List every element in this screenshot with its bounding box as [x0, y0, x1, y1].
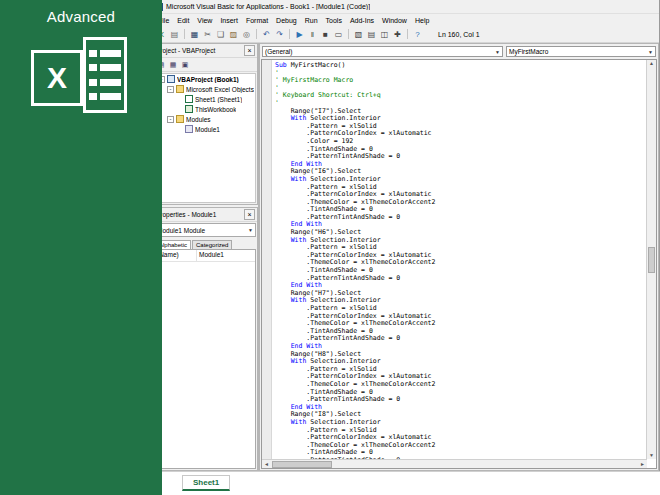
tree-item[interactable]: -Modules [155, 114, 255, 124]
menu-debug[interactable]: Debug [272, 17, 301, 24]
properties-panel: Properties - Module1 × Module1 Module ▼ … [152, 207, 258, 471]
run-button[interactable]: ▶ [294, 28, 306, 40]
help-button[interactable]: ? [412, 28, 424, 40]
vba-editor-window: Microsoft Visual Basic for Applications … [152, 0, 660, 471]
code-editor[interactable]: Sub MyFirstMacro()'' MyFirstMacro Macro'… [272, 60, 647, 459]
toolbar-icons: X▤▦✂❏▨◎↶↷▶‖■▭▧▤◫✚? [155, 28, 424, 40]
excel-brand-panel: Advanced X [0, 0, 162, 495]
scroll-right-icon[interactable]: ► [639, 461, 646, 468]
chevron-down-icon: ▼ [248, 227, 253, 233]
cursor-position-status: Ln 160, Col 1 [438, 31, 480, 38]
project-tree: -VBAProject (Book1)-Microsoft Excel Obje… [154, 73, 256, 203]
tree-item[interactable]: ThisWorkbook [155, 104, 255, 114]
procedure-dropdown-value: MyFirstMacro [509, 48, 548, 55]
brand-label: Advanced [0, 0, 162, 25]
toolbox-button[interactable]: ✚ [392, 28, 404, 40]
copy-button[interactable]: ❏ [215, 28, 227, 40]
properties-panel-close-icon[interactable]: × [244, 209, 255, 220]
object-browser-button[interactable]: ◫ [379, 28, 391, 40]
menu-format[interactable]: Format [242, 17, 272, 24]
project-panel-close-icon[interactable]: × [244, 45, 255, 56]
menu-edit[interactable]: Edit [173, 17, 193, 24]
tree-item-label: Sheet1 (Sheet1) [195, 96, 242, 103]
menu-window[interactable]: Window [378, 17, 411, 24]
project-explorer-button[interactable]: ▧ [353, 28, 365, 40]
tree-item-label: ThisWorkbook [195, 106, 236, 113]
properties-panel-title: Properties - Module1 [156, 211, 216, 218]
menu-insert[interactable]: Insert [216, 17, 242, 24]
code-pane: (General) ▼ MyFirstMacro ▼ Sub MyFirstMa… [259, 43, 659, 471]
project-explorer-panel: Project - VBAProject × ▤▦▣ -VBAProject (… [152, 43, 258, 205]
workbook-icon [185, 105, 193, 113]
toggle-folders-icon[interactable]: ▣ [180, 60, 190, 70]
scroll-up-icon[interactable]: ▲ [648, 60, 655, 67]
project-icon [167, 75, 175, 83]
view-object-icon[interactable]: ▦ [168, 60, 178, 70]
menu-run[interactable]: Run [301, 17, 322, 24]
sheet-tab-strip: Sheet1 [162, 471, 660, 495]
folder-icon [176, 85, 184, 93]
toolbar-separator [256, 29, 257, 39]
design-mode-button[interactable]: ▭ [333, 28, 345, 40]
object-dropdown-value: (General) [265, 48, 292, 55]
properties-object-label: Module1 Module [157, 227, 205, 234]
code-line: .PatternTintAndShade = 0 [275, 396, 647, 404]
reset-button[interactable]: ■ [320, 28, 332, 40]
paste-button[interactable]: ▨ [228, 28, 240, 40]
object-dropdown[interactable]: (General) ▼ [262, 46, 503, 57]
cut-button[interactable]: ✂ [202, 28, 214, 40]
procedure-dropdown[interactable]: MyFirstMacro ▼ [506, 46, 656, 57]
find-button[interactable]: ◎ [241, 28, 253, 40]
tree-item[interactable]: -Microsoft Excel Objects [155, 84, 255, 94]
project-panel-title: Project - VBAProject [156, 47, 215, 54]
tree-item[interactable]: -VBAProject (Book1) [155, 74, 255, 84]
tree-expander-icon[interactable]: - [167, 116, 174, 123]
code-line: .PatternTintAndShade = 0 [275, 275, 647, 283]
vertical-scroll-thumb[interactable] [648, 247, 655, 273]
chevron-down-icon: ▼ [495, 49, 500, 55]
tab-categorized[interactable]: Categorized [192, 240, 232, 249]
menu-tools[interactable]: Tools [322, 17, 346, 24]
redo-button[interactable]: ↷ [274, 28, 286, 40]
excel-logo-x: X [47, 63, 67, 93]
toolbar-separator [348, 29, 349, 39]
horizontal-scroll-thumb[interactable] [272, 461, 332, 468]
project-panel-toolbar: ▤▦▣ [153, 58, 257, 72]
properties-object-selector[interactable]: Module1 Module ▼ [154, 223, 256, 237]
folder-icon [176, 115, 184, 123]
undo-button[interactable]: ↶ [261, 28, 273, 40]
dock-area: Project - VBAProject × ▤▦▣ -VBAProject (… [152, 43, 659, 471]
property-row[interactable]: (Name)Module1 [155, 250, 255, 262]
properties-window-button[interactable]: ▤ [366, 28, 378, 40]
break-button[interactable]: ‖ [307, 28, 319, 40]
code-line: .PatternTintAndShade = 0 [275, 214, 647, 222]
code-line: ' Keyboard Shortcut: Ctrl+q [275, 92, 647, 100]
scroll-left-icon[interactable]: ◄ [263, 461, 270, 468]
save-button[interactable]: ▦ [189, 28, 201, 40]
menu-view[interactable]: View [193, 17, 216, 24]
code-combo-row: (General) ▼ MyFirstMacro ▼ [260, 44, 658, 59]
tree-item-label: Modules [186, 116, 211, 123]
scroll-down-icon[interactable]: ▼ [648, 452, 655, 459]
code-line: .PatternTintAndShade = 0 [275, 335, 647, 343]
toolbar-separator [184, 29, 185, 39]
chevron-down-icon: ▼ [648, 49, 653, 55]
tree-item[interactable]: Sheet1 (Sheet1) [155, 94, 255, 104]
property-value: Module1 [197, 250, 255, 261]
horizontal-scrollbar[interactable]: ◄ ► [262, 459, 647, 468]
tree-item[interactable]: Module1 [155, 124, 255, 134]
excel-logo-x-plate: X [31, 50, 83, 106]
sheet-tab-sheet1[interactable]: Sheet1 [182, 475, 230, 491]
tree-expander-icon[interactable]: - [167, 86, 174, 93]
toolbar: X▤▦✂❏▨◎↶↷▶‖■▭▧▤◫✚? Ln 160, Col 1 [152, 26, 659, 43]
insert-userform-button[interactable]: ▤ [169, 28, 181, 40]
code-line: ' MyFirstMacro Macro [275, 77, 647, 85]
code-window: Sub MyFirstMacro()'' MyFirstMacro Macro'… [261, 59, 657, 469]
menu-addins[interactable]: Add-Ins [346, 17, 378, 24]
vertical-scrollbar[interactable]: ▲ ▼ [646, 60, 656, 459]
window-title: Microsoft Visual Basic for Applications … [166, 3, 370, 10]
left-dock: Project - VBAProject × ▤▦▣ -VBAProject (… [152, 43, 259, 471]
menu-help[interactable]: Help [411, 17, 433, 24]
margin-indicator-bar [262, 60, 272, 459]
sheet-icon [185, 95, 193, 103]
